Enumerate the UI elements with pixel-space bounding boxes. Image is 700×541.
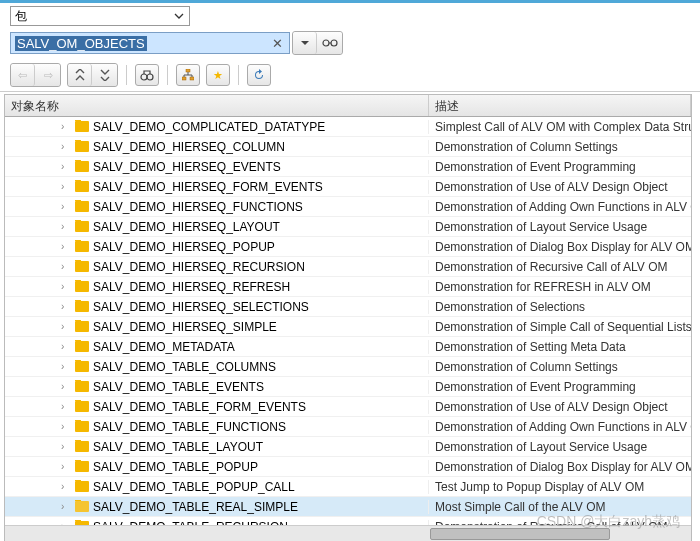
- table-row[interactable]: ›SALV_DEMO_TABLE_COLUMNSDemonstration of…: [5, 357, 691, 377]
- expand-icon[interactable]: ›: [61, 341, 71, 352]
- object-desc-cell: Demonstration of Adding Own Functions in…: [429, 200, 691, 214]
- table-row[interactable]: ›SALV_DEMO_HIERSEQ_POPUPDemonstration of…: [5, 237, 691, 257]
- expand-icon[interactable]: ›: [61, 301, 71, 312]
- favorite-button[interactable]: ★: [206, 64, 230, 86]
- table-row[interactable]: ›SALV_DEMO_METADATADemonstration of Sett…: [5, 337, 691, 357]
- table-row[interactable]: ›SALV_DEMO_TABLE_FUNCTIONSDemonstration …: [5, 417, 691, 437]
- folder-icon: [75, 301, 89, 312]
- table-row[interactable]: ›SALV_DEMO_TABLE_REAL_SIMPLEMost Simple …: [5, 497, 691, 517]
- table-row[interactable]: ›SALV_DEMO_TABLE_POPUPDemonstration of D…: [5, 457, 691, 477]
- column-header-name[interactable]: 对象名称: [5, 95, 429, 116]
- object-name-cell: ›SALV_DEMO_TABLE_LAYOUT: [5, 440, 429, 454]
- object-name-cell: ›SALV_DEMO_HIERSEQ_FUNCTIONS: [5, 200, 429, 214]
- expand-icon[interactable]: ›: [61, 181, 71, 192]
- table-row[interactable]: ›SALV_DEMO_HIERSEQ_FORM_EVENTSDemonstrat…: [5, 177, 691, 197]
- forward-button[interactable]: ⇨: [36, 64, 60, 86]
- folder-icon: [75, 381, 89, 392]
- table-row[interactable]: ›SALV_DEMO_HIERSEQ_FUNCTIONSDemonstratio…: [5, 197, 691, 217]
- collapse-all-button[interactable]: [68, 64, 92, 86]
- table-row[interactable]: ›SALV_DEMO_TABLE_RECURSIONDemonstration …: [5, 517, 691, 525]
- expand-icon[interactable]: ›: [61, 161, 71, 172]
- search-row: SALV_OM_OBJECTS ✕: [0, 29, 700, 59]
- table-row[interactable]: ›SALV_DEMO_TABLE_POPUP_CALLTest Jump to …: [5, 477, 691, 497]
- separator: [167, 65, 168, 85]
- folder-icon: [75, 441, 89, 452]
- expand-icon[interactable]: ›: [61, 501, 71, 512]
- object-desc-cell: Demonstration of Setting Meta Data: [429, 340, 691, 354]
- chevron-down-icon: [171, 8, 187, 24]
- expand-button-group: [67, 63, 118, 87]
- expand-icon[interactable]: ›: [61, 401, 71, 412]
- dropdown-history-button[interactable]: [293, 32, 317, 54]
- table-row[interactable]: ›SALV_DEMO_TABLE_FORM_EVENTSDemonstratio…: [5, 397, 691, 417]
- svg-rect-4: [186, 69, 190, 72]
- expand-icon[interactable]: ›: [61, 361, 71, 372]
- horizontal-scrollbar[interactable]: [5, 525, 691, 541]
- table-row[interactable]: ›SALV_DEMO_HIERSEQ_EVENTSDemonstration o…: [5, 157, 691, 177]
- object-name: SALV_DEMO_METADATA: [93, 340, 235, 354]
- table-row[interactable]: ›SALV_DEMO_HIERSEQ_RECURSIONDemonstratio…: [5, 257, 691, 277]
- object-name: SALV_DEMO_TABLE_EVENTS: [93, 380, 264, 394]
- expand-icon[interactable]: ›: [61, 201, 71, 212]
- table-row[interactable]: ›SALV_DEMO_HIERSEQ_SIMPLEDemonstration o…: [5, 317, 691, 337]
- clear-icon[interactable]: ✕: [272, 36, 285, 51]
- expand-icon[interactable]: ›: [61, 241, 71, 252]
- expand-icon[interactable]: ›: [61, 521, 71, 525]
- expand-icon[interactable]: ›: [61, 281, 71, 292]
- object-name: SALV_DEMO_TABLE_RECURSION: [93, 520, 288, 526]
- expand-icon[interactable]: ›: [61, 121, 71, 132]
- folder-icon: [75, 281, 89, 292]
- scrollbar-thumb[interactable]: [430, 528, 610, 540]
- expand-icon[interactable]: ›: [61, 321, 71, 332]
- table-row[interactable]: ›SALV_DEMO_HIERSEQ_LAYOUTDemonstration o…: [5, 217, 691, 237]
- expand-icon[interactable]: ›: [61, 441, 71, 452]
- expand-icon[interactable]: ›: [61, 261, 71, 272]
- expand-icon[interactable]: ›: [61, 381, 71, 392]
- object-name: SALV_DEMO_TABLE_FORM_EVENTS: [93, 400, 306, 414]
- table-row[interactable]: ›SALV_DEMO_TABLE_LAYOUTDemonstration of …: [5, 437, 691, 457]
- search-input[interactable]: SALV_OM_OBJECTS ✕: [10, 32, 290, 54]
- folder-icon: [75, 161, 89, 172]
- object-desc-cell: Demonstration of Layout Service Usage: [429, 440, 691, 454]
- table-body[interactable]: ›SALV_DEMO_COMPLICATED_DATATYPESimplest …: [5, 117, 691, 525]
- object-desc-cell: Demonstration of Column Settings: [429, 360, 691, 374]
- object-desc-cell: Demonstration for REFRESH in ALV OM: [429, 280, 691, 294]
- expand-icon[interactable]: ›: [61, 221, 71, 232]
- expand-icon[interactable]: ›: [61, 461, 71, 472]
- table-row[interactable]: ›SALV_DEMO_HIERSEQ_SELECTIONSDemonstrati…: [5, 297, 691, 317]
- table-row[interactable]: ›SALV_DEMO_HIERSEQ_REFRESHDemonstration …: [5, 277, 691, 297]
- table-row[interactable]: ›SALV_DEMO_HIERSEQ_COLUMNDemonstration o…: [5, 137, 691, 157]
- expand-icon[interactable]: ›: [61, 481, 71, 492]
- expand-icon[interactable]: ›: [61, 141, 71, 152]
- table-row[interactable]: ›SALV_DEMO_TABLE_EVENTSDemonstration of …: [5, 377, 691, 397]
- column-header-desc[interactable]: 描述: [429, 95, 691, 116]
- object-name: SALV_DEMO_HIERSEQ_SIMPLE: [93, 320, 277, 334]
- svg-rect-5: [182, 77, 186, 80]
- object-name-cell: ›SALV_DEMO_HIERSEQ_COLUMN: [5, 140, 429, 154]
- object-desc-cell: Demonstration of Column Settings: [429, 140, 691, 154]
- hierarchy-button[interactable]: [176, 64, 200, 86]
- table-row[interactable]: ›SALV_DEMO_COMPLICATED_DATATYPESimplest …: [5, 117, 691, 137]
- object-name-cell: ›SALV_DEMO_HIERSEQ_SELECTIONS: [5, 300, 429, 314]
- refresh-button[interactable]: [247, 64, 271, 86]
- object-name: SALV_DEMO_HIERSEQ_RECURSION: [93, 260, 305, 274]
- expand-all-button[interactable]: [93, 64, 117, 86]
- glasses-search-button[interactable]: [318, 32, 342, 54]
- svg-rect-6: [190, 77, 194, 80]
- object-name-cell: ›SALV_DEMO_HIERSEQ_RECURSION: [5, 260, 429, 274]
- object-desc-cell: Demonstration of Simple Call of Sequenti…: [429, 320, 691, 334]
- search-input-value: SALV_OM_OBJECTS: [15, 36, 147, 51]
- object-desc-cell: Most Simple Call of the ALV OM: [429, 500, 691, 514]
- expand-icon[interactable]: ›: [61, 421, 71, 432]
- dropdown-value: 包: [15, 8, 27, 25]
- object-type-dropdown[interactable]: 包: [10, 6, 190, 26]
- separator: [238, 65, 239, 85]
- folder-icon: [75, 141, 89, 152]
- object-name: SALV_DEMO_HIERSEQ_POPUP: [93, 240, 275, 254]
- object-name: SALV_DEMO_COMPLICATED_DATATYPE: [93, 120, 325, 134]
- find-button[interactable]: [135, 64, 159, 86]
- object-name: SALV_DEMO_HIERSEQ_REFRESH: [93, 280, 290, 294]
- folder-icon: [75, 361, 89, 372]
- folder-icon: [75, 261, 89, 272]
- back-button[interactable]: ⇦: [11, 64, 35, 86]
